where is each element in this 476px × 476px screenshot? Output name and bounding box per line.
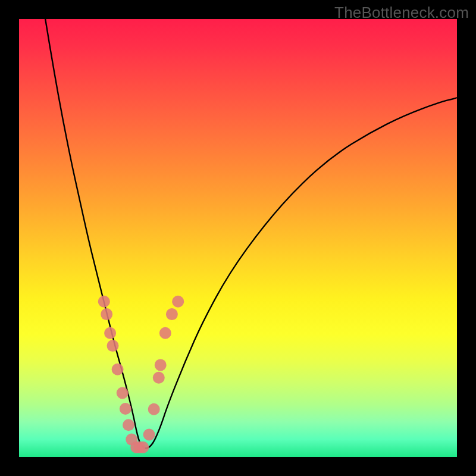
curve-marker xyxy=(148,403,160,415)
curve-marker xyxy=(143,429,155,441)
bottleneck-curve xyxy=(45,19,457,448)
curve-marker xyxy=(172,296,184,308)
chart-frame: TheBottleneck.com xyxy=(0,0,476,476)
curve-marker xyxy=(112,364,124,375)
curve-marker xyxy=(101,308,112,320)
curve-marker xyxy=(117,387,129,399)
curve-marker xyxy=(137,441,149,453)
marker-group xyxy=(98,296,184,453)
curve-marker xyxy=(104,327,116,339)
curve-marker xyxy=(123,419,134,431)
curve-marker xyxy=(107,340,119,352)
curve-marker xyxy=(153,372,165,384)
curve-marker xyxy=(166,308,178,320)
plot-area xyxy=(19,19,457,457)
curve-layer xyxy=(19,19,457,457)
curve-marker xyxy=(159,327,171,339)
curve-marker xyxy=(155,359,167,371)
curve-marker xyxy=(120,403,131,415)
curve-marker xyxy=(98,296,110,308)
